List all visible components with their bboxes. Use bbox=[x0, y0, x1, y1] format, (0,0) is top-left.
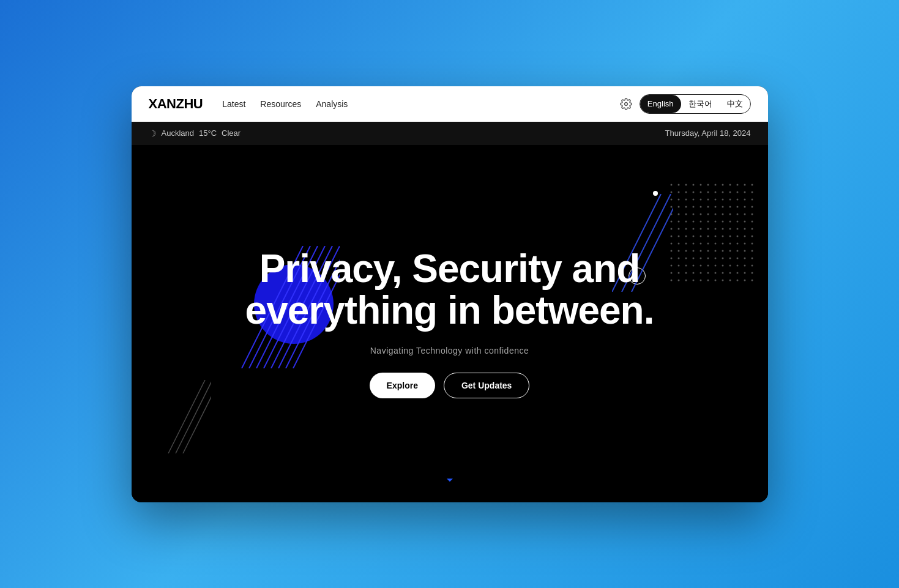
svg-point-28 bbox=[677, 191, 679, 193]
nav-link-resources[interactable]: Resources bbox=[260, 99, 301, 109]
svg-point-152 bbox=[707, 264, 709, 266]
nav-link-analysis[interactable]: Analysis bbox=[316, 99, 348, 109]
svg-point-26 bbox=[751, 184, 753, 185]
svg-point-67 bbox=[699, 213, 701, 215]
lang-btn-english[interactable]: English bbox=[640, 95, 681, 113]
svg-point-39 bbox=[670, 198, 672, 200]
get-updates-button[interactable]: Get Updates bbox=[444, 373, 529, 398]
nav-links: Latest Resources Analysis bbox=[222, 99, 600, 109]
svg-line-9 bbox=[168, 380, 205, 453]
svg-point-90 bbox=[692, 228, 694, 229]
svg-point-114 bbox=[692, 242, 694, 244]
nav-right: English 한국어 中文 bbox=[620, 94, 751, 114]
weather-condition: Clear bbox=[222, 128, 241, 138]
svg-point-20 bbox=[707, 184, 709, 185]
svg-point-47 bbox=[729, 198, 731, 200]
lang-btn-chinese[interactable]: 中文 bbox=[720, 95, 750, 113]
svg-point-27 bbox=[670, 191, 672, 193]
svg-point-96 bbox=[736, 228, 738, 229]
svg-point-178 bbox=[722, 279, 723, 281]
svg-point-42 bbox=[692, 198, 694, 200]
svg-point-0 bbox=[624, 102, 627, 105]
svg-point-148 bbox=[677, 264, 679, 266]
navbar: XANZHU Latest Resources Analysis English… bbox=[132, 86, 768, 122]
scroll-down-arrow[interactable] bbox=[444, 474, 456, 489]
hero-buttons: Explore Get Updates bbox=[245, 373, 654, 398]
svg-point-64 bbox=[677, 213, 679, 215]
svg-point-85 bbox=[744, 220, 745, 222]
svg-point-34 bbox=[722, 191, 723, 193]
svg-point-129 bbox=[714, 250, 716, 251]
svg-point-69 bbox=[714, 213, 716, 215]
svg-point-57 bbox=[714, 206, 716, 207]
svg-point-102 bbox=[692, 235, 694, 237]
svg-point-120 bbox=[736, 242, 738, 244]
svg-point-45 bbox=[714, 198, 716, 200]
svg-point-165 bbox=[714, 272, 716, 274]
svg-point-111 bbox=[670, 242, 672, 244]
svg-point-157 bbox=[744, 264, 745, 266]
svg-point-144 bbox=[736, 257, 738, 259]
lang-btn-korean[interactable]: 한국어 bbox=[681, 95, 720, 113]
settings-icon[interactable] bbox=[620, 98, 632, 110]
svg-point-73 bbox=[744, 213, 745, 215]
svg-point-62 bbox=[751, 206, 753, 207]
svg-point-31 bbox=[699, 191, 701, 193]
svg-point-72 bbox=[736, 213, 738, 215]
svg-point-80 bbox=[707, 220, 709, 222]
svg-point-162 bbox=[692, 272, 694, 274]
svg-point-123 bbox=[670, 250, 672, 251]
svg-point-106 bbox=[722, 235, 723, 237]
svg-point-171 bbox=[670, 279, 672, 281]
svg-point-54 bbox=[692, 206, 694, 207]
svg-point-78 bbox=[692, 220, 694, 222]
svg-point-182 bbox=[751, 279, 753, 281]
svg-point-112 bbox=[677, 242, 679, 244]
svg-point-177 bbox=[714, 279, 716, 281]
explore-button[interactable]: Explore bbox=[370, 373, 435, 398]
svg-point-41 bbox=[685, 198, 687, 200]
svg-point-82 bbox=[722, 220, 723, 222]
svg-point-149 bbox=[685, 264, 687, 266]
svg-point-95 bbox=[729, 228, 731, 229]
weather-temp: 15°C bbox=[199, 128, 217, 138]
svg-point-49 bbox=[744, 198, 745, 200]
svg-point-169 bbox=[744, 272, 745, 274]
svg-point-135 bbox=[670, 257, 672, 259]
svg-point-131 bbox=[729, 250, 731, 251]
svg-point-89 bbox=[685, 228, 687, 229]
svg-point-66 bbox=[692, 213, 694, 215]
svg-point-175 bbox=[699, 279, 701, 281]
svg-point-138 bbox=[692, 257, 694, 259]
svg-point-166 bbox=[722, 272, 723, 274]
svg-point-56 bbox=[707, 206, 709, 207]
weather-location: Auckland bbox=[162, 128, 194, 138]
svg-point-76 bbox=[677, 220, 679, 222]
svg-point-108 bbox=[736, 235, 738, 237]
svg-point-110 bbox=[751, 235, 753, 237]
svg-point-132 bbox=[736, 250, 738, 251]
svg-point-70 bbox=[722, 213, 723, 215]
weather-date: Thursday, April 18, 2024 bbox=[665, 128, 751, 138]
svg-point-38 bbox=[751, 191, 753, 193]
svg-point-137 bbox=[685, 257, 687, 259]
deco-slash-lines-left bbox=[162, 380, 211, 453]
svg-point-30 bbox=[692, 191, 694, 193]
svg-point-94 bbox=[722, 228, 723, 229]
svg-point-107 bbox=[729, 235, 731, 237]
svg-point-153 bbox=[714, 264, 716, 266]
svg-point-127 bbox=[699, 250, 701, 251]
svg-point-43 bbox=[699, 198, 701, 200]
nav-link-latest[interactable]: Latest bbox=[222, 99, 245, 109]
svg-point-99 bbox=[670, 235, 672, 237]
svg-point-141 bbox=[714, 257, 716, 259]
svg-point-146 bbox=[751, 257, 753, 259]
svg-point-50 bbox=[751, 198, 753, 200]
svg-point-126 bbox=[692, 250, 694, 251]
svg-point-25 bbox=[744, 184, 745, 185]
svg-point-61 bbox=[744, 206, 745, 207]
svg-point-33 bbox=[714, 191, 716, 193]
svg-point-51 bbox=[670, 206, 672, 207]
svg-point-92 bbox=[707, 228, 709, 229]
svg-point-105 bbox=[714, 235, 716, 237]
